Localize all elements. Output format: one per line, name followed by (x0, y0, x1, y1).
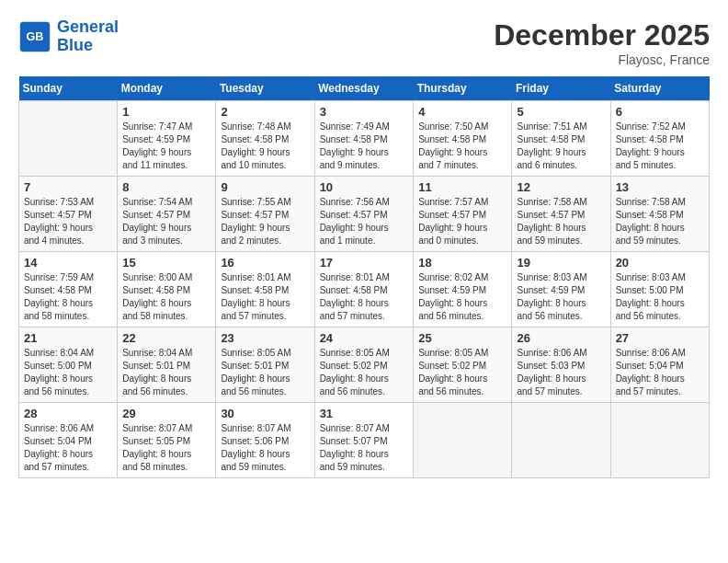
month-title: December 2025 (494, 18, 710, 52)
logo: GB General Blue (18, 18, 119, 55)
calendar-cell: 8Sunrise: 7:54 AM Sunset: 4:57 PM Daylig… (118, 177, 216, 252)
week-row-3: 14Sunrise: 7:59 AM Sunset: 4:58 PM Dayli… (19, 252, 710, 327)
day-info: Sunrise: 7:56 AM Sunset: 4:57 PM Dayligh… (320, 196, 409, 247)
calendar-cell: 28Sunrise: 8:06 AM Sunset: 5:04 PM Dayli… (19, 403, 118, 478)
calendar-cell: 19Sunrise: 8:03 AM Sunset: 4:59 PM Dayli… (512, 252, 610, 327)
calendar-cell: 26Sunrise: 8:06 AM Sunset: 5:03 PM Dayli… (512, 327, 610, 403)
day-info: Sunrise: 8:06 AM Sunset: 5:03 PM Dayligh… (517, 347, 605, 398)
logo-icon: GB (18, 20, 51, 53)
day-number: 18 (418, 256, 506, 270)
week-row-1: 1Sunrise: 7:47 AM Sunset: 4:59 PM Daylig… (19, 101, 710, 177)
calendar-cell: 16Sunrise: 8:01 AM Sunset: 4:58 PM Dayli… (216, 252, 314, 327)
day-number: 3 (320, 105, 409, 119)
calendar-cell: 9Sunrise: 7:55 AM Sunset: 4:57 PM Daylig… (216, 177, 314, 252)
day-info: Sunrise: 8:03 AM Sunset: 5:00 PM Dayligh… (616, 271, 704, 323)
calendar-cell: 15Sunrise: 8:00 AM Sunset: 4:58 PM Dayli… (118, 252, 216, 327)
day-info: Sunrise: 7:58 AM Sunset: 4:57 PM Dayligh… (517, 196, 605, 247)
calendar-cell: 30Sunrise: 8:07 AM Sunset: 5:06 PM Dayli… (216, 403, 314, 478)
calendar-cell: 25Sunrise: 8:05 AM Sunset: 5:02 PM Dayli… (414, 327, 512, 403)
calendar-cell: 13Sunrise: 7:58 AM Sunset: 4:58 PM Dayli… (610, 177, 709, 252)
day-info: Sunrise: 7:59 AM Sunset: 4:58 PM Dayligh… (24, 271, 112, 323)
calendar-cell: 12Sunrise: 7:58 AM Sunset: 4:57 PM Dayli… (512, 177, 610, 252)
weekday-header-thursday: Thursday (414, 76, 512, 101)
calendar-cell: 6Sunrise: 7:52 AM Sunset: 4:58 PM Daylig… (610, 101, 709, 177)
day-info: Sunrise: 8:01 AM Sunset: 4:58 PM Dayligh… (221, 271, 309, 323)
day-info: Sunrise: 8:05 AM Sunset: 5:01 PM Dayligh… (221, 347, 309, 398)
day-info: Sunrise: 8:07 AM Sunset: 5:05 PM Dayligh… (122, 422, 210, 474)
weekday-header-row: SundayMondayTuesdayWednesdayThursdayFrid… (19, 76, 710, 101)
calendar-cell: 31Sunrise: 8:07 AM Sunset: 5:07 PM Dayli… (314, 403, 414, 478)
day-number: 27 (616, 331, 704, 345)
day-info: Sunrise: 8:03 AM Sunset: 4:59 PM Dayligh… (517, 271, 605, 323)
day-info: Sunrise: 7:52 AM Sunset: 4:58 PM Dayligh… (616, 121, 704, 172)
day-info: Sunrise: 8:02 AM Sunset: 4:59 PM Dayligh… (418, 271, 506, 323)
day-info: Sunrise: 8:06 AM Sunset: 5:04 PM Dayligh… (616, 347, 704, 398)
day-number: 28 (24, 407, 112, 420)
day-number: 19 (517, 256, 605, 270)
title-block: December 2025 Flayosc, France (494, 18, 710, 67)
day-info: Sunrise: 8:05 AM Sunset: 5:02 PM Dayligh… (320, 347, 409, 398)
day-number: 22 (122, 331, 210, 345)
day-info: Sunrise: 8:04 AM Sunset: 5:01 PM Dayligh… (122, 347, 210, 398)
calendar-table: SundayMondayTuesdayWednesdayThursdayFrid… (18, 76, 710, 478)
calendar-cell: 27Sunrise: 8:06 AM Sunset: 5:04 PM Dayli… (610, 327, 709, 403)
day-number: 13 (616, 180, 704, 194)
day-number: 8 (122, 180, 210, 194)
weekday-header-tuesday: Tuesday (216, 76, 314, 101)
day-number: 20 (616, 256, 704, 270)
weekday-header-saturday: Saturday (610, 76, 709, 101)
day-info: Sunrise: 8:01 AM Sunset: 4:58 PM Dayligh… (320, 271, 409, 323)
calendar-cell (19, 101, 118, 177)
day-info: Sunrise: 7:54 AM Sunset: 4:57 PM Dayligh… (122, 196, 210, 247)
day-number: 9 (221, 180, 309, 194)
day-info: Sunrise: 7:47 AM Sunset: 4:59 PM Dayligh… (122, 121, 210, 172)
logo-text: General Blue (57, 18, 119, 55)
day-number: 6 (616, 105, 704, 119)
day-number: 11 (418, 180, 506, 194)
day-info: Sunrise: 7:50 AM Sunset: 4:58 PM Dayligh… (418, 121, 506, 172)
page-header: GB General Blue December 2025 Flayosc, F… (18, 18, 710, 67)
calendar-cell: 22Sunrise: 8:04 AM Sunset: 5:01 PM Dayli… (118, 327, 216, 403)
week-row-5: 28Sunrise: 8:06 AM Sunset: 5:04 PM Dayli… (19, 403, 710, 478)
calendar-cell: 1Sunrise: 7:47 AM Sunset: 4:59 PM Daylig… (118, 101, 216, 177)
calendar-cell (512, 403, 610, 478)
day-number: 17 (320, 256, 409, 270)
day-info: Sunrise: 7:49 AM Sunset: 4:58 PM Dayligh… (320, 121, 409, 172)
day-number: 10 (320, 180, 409, 194)
day-number: 23 (221, 331, 309, 345)
day-number: 4 (418, 105, 506, 119)
day-number: 12 (517, 180, 605, 194)
day-number: 5 (517, 105, 605, 119)
week-row-2: 7Sunrise: 7:53 AM Sunset: 4:57 PM Daylig… (19, 177, 710, 252)
day-number: 26 (517, 331, 605, 345)
day-info: Sunrise: 7:51 AM Sunset: 4:58 PM Dayligh… (517, 121, 605, 172)
calendar-cell: 5Sunrise: 7:51 AM Sunset: 4:58 PM Daylig… (512, 101, 610, 177)
day-info: Sunrise: 8:06 AM Sunset: 5:04 PM Dayligh… (24, 422, 112, 474)
day-info: Sunrise: 8:05 AM Sunset: 5:02 PM Dayligh… (418, 347, 506, 398)
day-number: 29 (122, 407, 210, 420)
day-info: Sunrise: 8:07 AM Sunset: 5:06 PM Dayligh… (221, 422, 309, 474)
day-number: 2 (221, 105, 309, 119)
day-number: 1 (122, 105, 210, 119)
location-subtitle: Flayosc, France (494, 52, 710, 67)
calendar-cell: 4Sunrise: 7:50 AM Sunset: 4:58 PM Daylig… (414, 101, 512, 177)
day-info: Sunrise: 7:58 AM Sunset: 4:58 PM Dayligh… (616, 196, 704, 247)
weekday-header-monday: Monday (118, 76, 216, 101)
day-number: 31 (320, 407, 409, 420)
calendar-cell (610, 403, 709, 478)
day-number: 30 (221, 407, 309, 420)
calendar-cell: 7Sunrise: 7:53 AM Sunset: 4:57 PM Daylig… (19, 177, 118, 252)
calendar-cell: 29Sunrise: 8:07 AM Sunset: 5:05 PM Dayli… (118, 403, 216, 478)
day-info: Sunrise: 7:57 AM Sunset: 4:57 PM Dayligh… (418, 196, 506, 247)
day-number: 24 (320, 331, 409, 345)
calendar-cell: 24Sunrise: 8:05 AM Sunset: 5:02 PM Dayli… (314, 327, 414, 403)
day-info: Sunrise: 8:04 AM Sunset: 5:00 PM Dayligh… (24, 347, 112, 398)
day-number: 7 (24, 180, 112, 194)
day-number: 15 (122, 256, 210, 270)
day-number: 25 (418, 331, 506, 345)
day-number: 21 (24, 331, 112, 345)
weekday-header-friday: Friday (512, 76, 610, 101)
day-info: Sunrise: 7:48 AM Sunset: 4:58 PM Dayligh… (221, 121, 309, 172)
calendar-cell: 18Sunrise: 8:02 AM Sunset: 4:59 PM Dayli… (414, 252, 512, 327)
day-number: 14 (24, 256, 112, 270)
